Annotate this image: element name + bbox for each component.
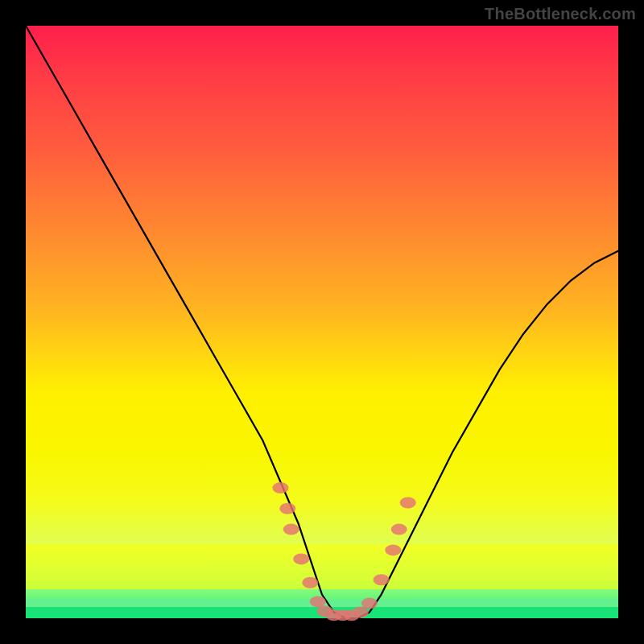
- emphasis-dot: [385, 544, 401, 555]
- chart-stage: TheBottleneck.com: [0, 0, 644, 644]
- emphasis-dot: [361, 598, 378, 609]
- emphasis-dot: [273, 482, 289, 493]
- emphasis-dot: [279, 503, 295, 514]
- emphasis-dot: [374, 574, 390, 585]
- emphasis-dot: [283, 524, 299, 535]
- emphasis-dot: [302, 577, 318, 588]
- plot-area: [26, 26, 618, 618]
- emphasis-dot: [391, 524, 407, 535]
- curve-layer: [26, 26, 618, 618]
- emphasis-dot: [400, 497, 416, 509]
- watermark-text: TheBottleneck.com: [485, 5, 636, 23]
- emphasis-dot: [293, 553, 309, 564]
- emphasis-dot: [310, 596, 326, 607]
- emphasis-markers: [273, 482, 416, 621]
- bottleneck-curve: [26, 26, 618, 618]
